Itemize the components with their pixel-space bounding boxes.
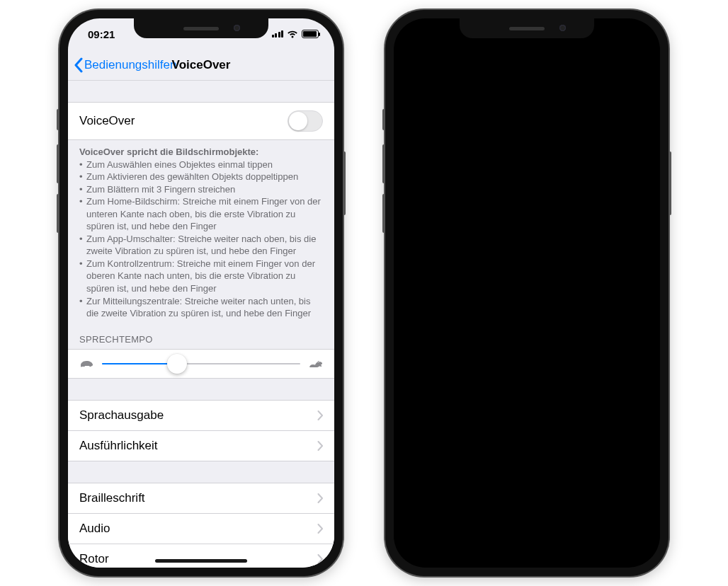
back-button[interactable]: Bedienungshilfen: [74, 57, 176, 73]
desc-item: Zum Home-Bildschirm: Streiche mit einem …: [79, 195, 323, 233]
page-title: VoiceOver: [172, 58, 231, 72]
chevron-right-icon: [317, 554, 323, 564]
rate-header: SPRECHTEMPO: [68, 323, 334, 349]
chevron-right-icon: [317, 524, 323, 534]
row-label: Sprachausgabe: [79, 408, 164, 423]
row-label: Brailleschrift: [79, 491, 145, 505]
screen-right-blank: [394, 18, 660, 568]
status-time: 09:21: [88, 28, 115, 40]
desc-header: VoiceOver spricht die Bildschirmobjekte:: [79, 146, 258, 157]
slider-thumb[interactable]: [167, 354, 187, 374]
wifi-icon: [287, 30, 298, 38]
settings-row-0[interactable]: Brailleschrift: [68, 483, 334, 514]
back-label: Bedienungshilfen: [84, 58, 176, 72]
chevron-right-icon: [317, 441, 323, 451]
settings-row-1[interactable]: Ausführlichkeit: [68, 431, 334, 461]
desc-item: Zum Blättern mit 3 Fingern streichen: [79, 183, 323, 196]
chevron-left-icon: [74, 57, 83, 73]
battery-icon: [302, 30, 319, 38]
voiceover-toggle-row[interactable]: VoiceOver: [68, 102, 334, 140]
speaking-rate-slider[interactable]: [102, 363, 300, 364]
phone-left: 09:21 Bedienungshilfen VoiceOver VoiceOv…: [59, 10, 343, 576]
voiceover-label: VoiceOver: [79, 114, 135, 128]
settings-row-2[interactable]: Rotor: [68, 544, 334, 568]
desc-item: Zum Auswählen eines Objektes einmal tipp…: [79, 159, 323, 171]
home-indicator[interactable]: [155, 559, 247, 563]
settings-content[interactable]: VoiceOver VoiceOver spricht die Bildschi…: [68, 81, 334, 568]
cellular-signal-icon: [272, 30, 284, 38]
desc-item: Zur Mitteilungszentrale: Streiche weiter…: [79, 295, 323, 320]
nav-bar: Bedienungshilfen VoiceOver: [68, 50, 334, 81]
tortoise-icon: [79, 358, 95, 369]
chevron-right-icon: [317, 493, 323, 503]
desc-item: Zum Aktivieren des gewählten Objekts dop…: [79, 171, 323, 183]
desc-item: Zum App-Umschalter: Streiche weiter nach…: [79, 233, 323, 258]
row-label: Audio: [79, 522, 110, 536]
settings-row-0[interactable]: Sprachausgabe: [68, 400, 334, 431]
screen-left: 09:21 Bedienungshilfen VoiceOver VoiceOv…: [68, 18, 334, 568]
settings-row-1[interactable]: Audio: [68, 514, 334, 544]
notch: [134, 18, 268, 38]
notch: [460, 18, 594, 38]
desc-item: Zum Kontrollzentrum: Streiche mit einem …: [79, 258, 323, 295]
hare-icon: [307, 358, 323, 369]
chevron-right-icon: [317, 410, 323, 420]
voiceover-description: VoiceOver spricht die Bildschirmobjekte:…: [68, 140, 334, 323]
row-label: Rotor: [79, 552, 109, 566]
speaking-rate-row: [68, 349, 334, 379]
row-label: Ausführlichkeit: [79, 439, 158, 453]
phone-right: [385, 10, 669, 576]
voiceover-toggle[interactable]: [288, 110, 323, 132]
